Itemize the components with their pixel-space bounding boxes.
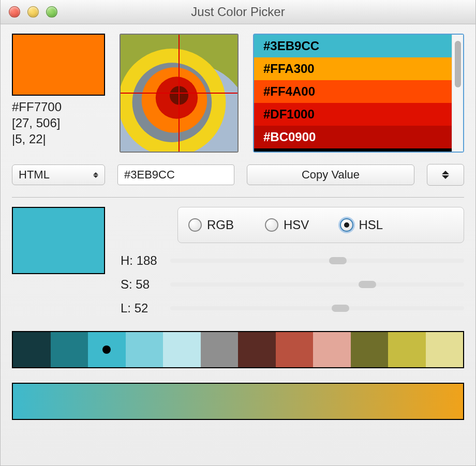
radio-icon bbox=[188, 218, 202, 232]
palette-cell[interactable] bbox=[201, 332, 239, 367]
app-window: Just Color Picker #FF7700 [27, 506] |5, … bbox=[0, 0, 476, 466]
radio-icon bbox=[340, 218, 353, 232]
palette-cell[interactable] bbox=[388, 332, 426, 367]
color-list-container: #3EB9CC#FFA300#FF4A00#DF1000#BC0900 bbox=[253, 34, 464, 153]
slider-l-label: L: 52 bbox=[121, 301, 162, 315]
top-row: #FF7700 [27, 506] |5, 22| bbox=[12, 34, 464, 153]
slider-s-track[interactable] bbox=[170, 282, 464, 287]
slider-h-thumb[interactable] bbox=[329, 257, 347, 264]
color-list-item[interactable] bbox=[254, 148, 452, 152]
info-lines: #FF7700 [27, 506] |5, 22| bbox=[12, 99, 105, 147]
color-value-input[interactable] bbox=[117, 164, 234, 185]
hsl-preview-swatch bbox=[12, 207, 105, 274]
palette-cell[interactable] bbox=[276, 332, 314, 367]
palette-cell[interactable] bbox=[351, 332, 389, 367]
minimize-button[interactable] bbox=[27, 6, 39, 18]
scroll-thumb[interactable] bbox=[455, 41, 461, 87]
color-list-item[interactable]: #FF4A00 bbox=[254, 80, 452, 103]
palette-cell[interactable] bbox=[238, 332, 276, 367]
color-list-item[interactable]: #DF1000 bbox=[254, 103, 452, 126]
radio-icon bbox=[265, 218, 278, 232]
palette-cell[interactable] bbox=[426, 332, 464, 367]
window-controls bbox=[9, 6, 57, 18]
triangle-up-icon bbox=[442, 171, 449, 174]
color-list-item[interactable]: #BC0900 bbox=[254, 126, 452, 148]
gradient-bar bbox=[12, 383, 464, 420]
separator bbox=[12, 197, 464, 198]
palette-cell[interactable] bbox=[51, 332, 88, 367]
slider-l-track[interactable] bbox=[170, 306, 464, 310]
controls-row: HTML Copy Value bbox=[12, 164, 464, 186]
color-list-item[interactable]: #3EB9CC bbox=[254, 35, 452, 57]
zoom-button[interactable] bbox=[46, 6, 57, 18]
slider-h-label: H: 188 bbox=[121, 253, 162, 268]
color-list-scrollbar[interactable] bbox=[452, 35, 463, 152]
mode-radio-hsv[interactable]: HSV bbox=[265, 218, 309, 232]
sliders: H: 188 S: 58 L: 52 bbox=[121, 253, 464, 315]
copy-value-button[interactable]: Copy Value bbox=[247, 164, 414, 185]
chevron-updown-icon bbox=[93, 172, 98, 178]
palette-strip bbox=[12, 331, 464, 368]
slider-s-thumb[interactable] bbox=[359, 281, 376, 288]
slider-h-track[interactable] bbox=[170, 259, 464, 263]
hsl-section: RGBHSVHSL H: 188 S: 58 bbox=[12, 207, 464, 315]
format-select[interactable]: HTML bbox=[12, 164, 105, 185]
mode-radio-label: HSL bbox=[359, 218, 383, 232]
slider-h-row: H: 188 bbox=[121, 253, 464, 268]
window-title: Just Color Picker bbox=[1, 5, 475, 19]
slider-l-row: L: 52 bbox=[121, 301, 464, 315]
slider-s-row: S: 58 bbox=[121, 277, 464, 292]
slider-s-label: S: 58 bbox=[121, 277, 162, 292]
format-select-value: HTML bbox=[19, 168, 50, 182]
color-list-item[interactable]: #FFA300 bbox=[254, 57, 452, 80]
current-hex-label: #FF7700 bbox=[12, 99, 105, 115]
triangle-down-icon bbox=[442, 175, 449, 179]
close-button[interactable] bbox=[9, 6, 20, 18]
color-mode-group: RGBHSVHSL bbox=[177, 207, 464, 243]
content-area: #FF7700 [27, 506] |5, 22| bbox=[1, 24, 475, 465]
mode-radio-label: RGB bbox=[207, 218, 234, 232]
palette-cell[interactable] bbox=[163, 332, 201, 367]
titlebar: Just Color Picker bbox=[1, 0, 475, 24]
palette-cell[interactable] bbox=[126, 332, 163, 367]
mode-radio-hsl[interactable]: HSL bbox=[340, 218, 383, 232]
current-coords-label: [27, 506] bbox=[12, 115, 105, 131]
color-list[interactable]: #3EB9CC#FFA300#FF4A00#DF1000#BC0900 bbox=[254, 35, 452, 152]
list-nav-button[interactable] bbox=[427, 164, 464, 186]
mode-radio-rgb[interactable]: RGB bbox=[188, 218, 234, 232]
current-color-swatch bbox=[12, 34, 105, 96]
mode-radio-label: HSV bbox=[284, 218, 309, 232]
crosshair-vertical bbox=[178, 35, 180, 152]
slider-l-thumb[interactable] bbox=[332, 305, 349, 312]
hsl-controls: RGBHSVHSL H: 188 S: 58 bbox=[121, 207, 464, 315]
magnifier-view bbox=[120, 34, 239, 153]
current-delta-label: |5, 22| bbox=[12, 131, 105, 147]
palette-cell[interactable] bbox=[313, 332, 351, 367]
palette-marker-icon bbox=[102, 345, 111, 354]
current-color-block: #FF7700 [27, 506] |5, 22| bbox=[12, 34, 105, 147]
palette-cell[interactable] bbox=[88, 332, 126, 367]
palette-cell[interactable] bbox=[13, 332, 51, 367]
